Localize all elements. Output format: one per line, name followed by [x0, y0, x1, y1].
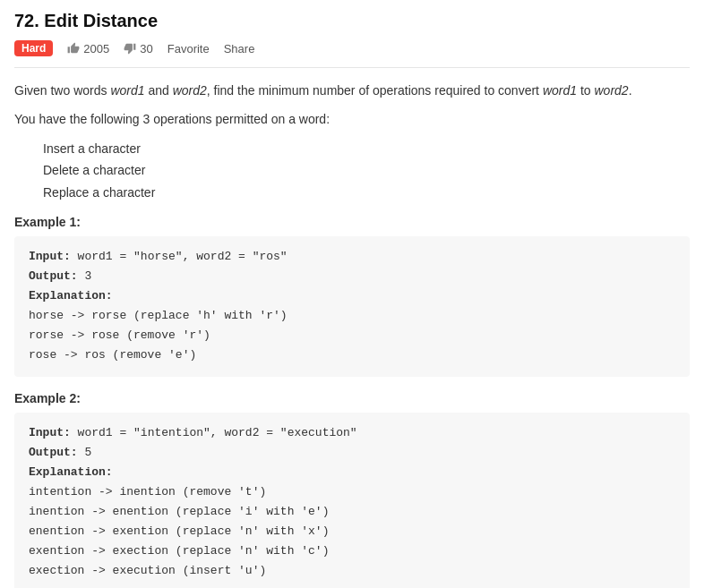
main-container: 72. Edit Distance Hard 2005 30 Favorite …: [0, 0, 704, 588]
description-line2: You have the following 3 operations perm…: [14, 109, 690, 129]
operations-list: Insert a character Delete a character Re…: [14, 139, 690, 202]
likes-count: 2005: [83, 42, 109, 55]
example-1-section: Example 1: Input: word1 = "horse", word2…: [14, 215, 690, 377]
example-1-code: Input: word1 = "horse", word2 = "ros" Ou…: [14, 236, 690, 377]
operation-1: Insert a character: [43, 139, 690, 158]
example-1-title: Example 1:: [14, 215, 690, 229]
example-2-code: Input: word1 = "intention", word2 = "exe…: [14, 413, 690, 588]
thumbs-up-icon: [67, 42, 80, 55]
likes-item: 2005: [67, 42, 109, 55]
dislikes-count: 30: [140, 42, 152, 55]
operation-3: Replace a character: [43, 183, 690, 202]
description-line1: Given two words word1 and word2, find th…: [14, 81, 690, 100]
thumbs-down-icon: [124, 42, 136, 55]
dislikes-item: 30: [124, 42, 152, 55]
page-title: 72. Edit Distance: [14, 11, 690, 31]
share-button[interactable]: Share: [224, 42, 255, 55]
difficulty-badge: Hard: [14, 40, 53, 56]
example-2-title: Example 2:: [14, 391, 690, 405]
meta-bar: Hard 2005 30 Favorite Share: [14, 40, 690, 68]
operation-2: Delete a character: [43, 160, 690, 180]
example-2-section: Example 2: Input: word1 = "intention", w…: [14, 391, 690, 588]
favorite-button[interactable]: Favorite: [167, 42, 210, 55]
